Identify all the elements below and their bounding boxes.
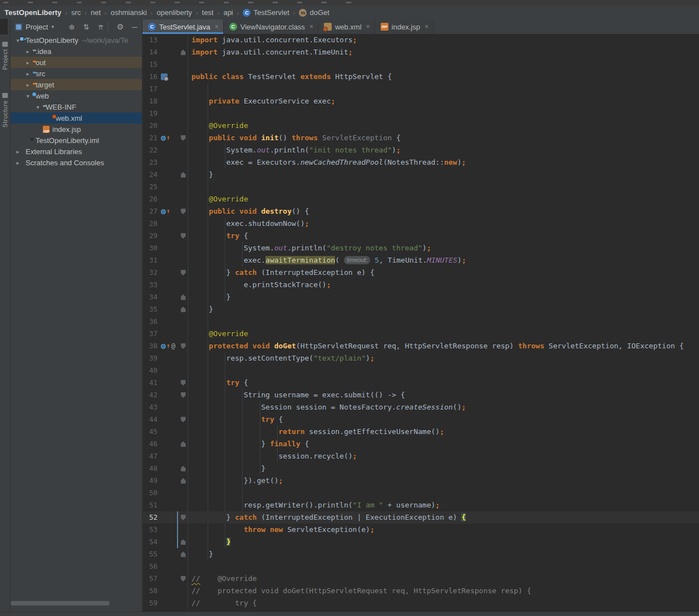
fold-marker[interactable] xyxy=(179,389,188,401)
line-number[interactable]: 59 xyxy=(143,597,160,609)
breadcrumb-item[interactable]: net xyxy=(91,8,101,17)
code-text[interactable]: public void init() throws ServletExcepti… xyxy=(188,132,401,144)
chevron-right-icon[interactable]: ▸ xyxy=(13,160,23,166)
line-number[interactable]: 53 xyxy=(143,524,160,536)
fold-marker[interactable] xyxy=(179,413,188,426)
line-number[interactable]: 19 xyxy=(143,107,160,120)
fold-start-icon[interactable] xyxy=(181,135,186,141)
line-number[interactable]: 26 xyxy=(143,193,160,205)
override-method-icon[interactable]: ↑ xyxy=(161,132,170,144)
line-number[interactable]: 14 xyxy=(143,46,160,58)
chevron-right-icon[interactable]: ▸ xyxy=(13,149,23,155)
line-number[interactable]: 47 xyxy=(143,450,160,462)
line-number[interactable]: 17 xyxy=(143,83,160,95)
line-number[interactable]: 29 xyxy=(143,230,160,242)
fold-start-icon[interactable] xyxy=(181,233,186,239)
editor-tab-testservlet-java[interactable]: CTestServlet.java× xyxy=(142,19,224,34)
line-number[interactable]: 51 xyxy=(143,499,160,511)
hide-panel-icon[interactable] xyxy=(130,23,140,31)
fold-end-icon[interactable] xyxy=(181,466,186,471)
locate-icon[interactable] xyxy=(67,23,77,31)
line-number[interactable]: 49 xyxy=(143,475,160,487)
code-text[interactable]: @Override xyxy=(188,193,248,205)
fold-start-icon[interactable] xyxy=(181,380,186,386)
code-text[interactable]: } xyxy=(188,536,230,548)
tree-item-testopenliberty[interactable]: ▾TestOpenLiberty ~/work/java/Te xyxy=(11,35,142,46)
breadcrumb-item[interactable]: openliberty xyxy=(156,8,192,17)
line-number[interactable]: 42 xyxy=(143,389,160,401)
tree-item-scratches-and-consoles[interactable]: ▸Scratches and Consoles xyxy=(11,157,142,168)
tree-item-testopenliberty-iml[interactable]: TestOpenLiberty.iml xyxy=(11,135,142,146)
code-text[interactable]: exec = Executors.newCachedThreadPool(Not… xyxy=(188,156,466,169)
code-text[interactable]: } xyxy=(188,169,213,181)
code-text[interactable]: } catch (InterruptedException e) { xyxy=(188,267,375,279)
code-text[interactable]: } xyxy=(188,462,265,475)
fold-marker[interactable] xyxy=(179,573,188,585)
line-number[interactable]: 57 xyxy=(143,573,160,585)
code-text[interactable]: // try { xyxy=(188,597,257,609)
line-number[interactable]: 56 xyxy=(143,560,160,573)
fold-start-icon[interactable] xyxy=(181,343,186,349)
fold-end-icon[interactable] xyxy=(181,478,186,484)
code-text[interactable]: // @Override xyxy=(188,573,257,585)
stripe-button-structure[interactable]: Structure xyxy=(0,93,10,127)
code-text[interactable]: public void destroy() { xyxy=(188,205,309,218)
code-text[interactable]: public class TestServlet extends HttpSer… xyxy=(188,71,392,83)
line-number[interactable]: 20 xyxy=(143,120,160,132)
line-number[interactable]: 41 xyxy=(143,377,160,389)
tree-item-index-jsp[interactable]: JSPindex.jsp xyxy=(11,124,142,135)
code-text[interactable]: @Override xyxy=(188,120,248,132)
line-number[interactable]: 32 xyxy=(143,267,160,279)
breadcrumb-item[interactable]: CTestServlet xyxy=(243,8,289,17)
code-text[interactable] xyxy=(188,364,191,377)
servlet-class-icon[interactable] xyxy=(161,73,168,80)
line-number[interactable]: 23 xyxy=(143,156,160,169)
line-number[interactable]: 24 xyxy=(143,169,160,181)
code-text[interactable]: }).get(); xyxy=(188,475,283,487)
fold-marker[interactable] xyxy=(179,548,188,560)
line-number[interactable]: 36 xyxy=(143,316,160,328)
line-number[interactable]: 48 xyxy=(143,462,160,475)
tree-item-out[interactable]: ▸out xyxy=(11,57,142,68)
breadcrumb-item[interactable]: src xyxy=(71,8,81,17)
fold-start-icon[interactable] xyxy=(181,392,186,398)
fold-marker[interactable] xyxy=(179,205,188,218)
line-number[interactable]: 22 xyxy=(143,144,160,156)
line-number[interactable]: 35 xyxy=(143,303,160,316)
editor-tab-index-jsp[interactable]: JSPindex.jsp× xyxy=(375,19,434,34)
fold-start-icon[interactable] xyxy=(181,576,186,581)
tab-close-icon[interactable]: × xyxy=(366,23,370,31)
line-number[interactable]: 52 xyxy=(143,511,160,524)
line-number[interactable]: 28 xyxy=(143,218,160,230)
horizontal-scrollbar-thumb[interactable] xyxy=(11,601,110,605)
code-text[interactable]: import java.util.concurrent.Executors; xyxy=(188,34,357,46)
fold-end-icon[interactable] xyxy=(181,307,186,312)
code-editor[interactable]: 13import java.util.concurrent.Executors;… xyxy=(142,34,699,612)
fold-marker[interactable] xyxy=(179,340,188,352)
fold-marker[interactable] xyxy=(179,536,188,548)
code-text[interactable]: exec.shutdownNow(); xyxy=(188,218,309,230)
tree-item-target[interactable]: ▸target xyxy=(11,79,142,90)
code-text[interactable]: System.out.println("init notes thread"); xyxy=(188,144,401,156)
override-method-icon[interactable]: ↑ xyxy=(161,205,170,218)
line-number[interactable]: 39 xyxy=(143,352,160,364)
line-number[interactable]: 44 xyxy=(143,413,160,426)
fold-start-icon[interactable] xyxy=(181,417,186,422)
code-text[interactable]: e.printStackTrace(); xyxy=(188,279,331,291)
code-text[interactable]: private ExecutorService exec; xyxy=(188,95,335,107)
settings-gear-icon[interactable] xyxy=(115,22,125,31)
code-text[interactable] xyxy=(188,181,191,193)
fold-end-icon[interactable] xyxy=(181,539,186,545)
chevron-right-icon[interactable]: ▸ xyxy=(23,82,33,88)
line-number[interactable]: 25 xyxy=(143,181,160,193)
chevron-down-icon[interactable]: ▾ xyxy=(33,104,43,110)
line-number[interactable]: 13 xyxy=(143,34,160,46)
code-text[interactable]: session.recycle(); xyxy=(188,450,357,462)
fold-marker[interactable] xyxy=(179,511,188,524)
fold-marker[interactable] xyxy=(179,377,188,389)
line-number[interactable]: 38 xyxy=(143,340,160,352)
code-text[interactable]: try { xyxy=(188,413,283,426)
code-text[interactable]: try { xyxy=(188,230,248,242)
project-view-selector[interactable]: Project ▾ xyxy=(15,23,54,31)
code-text[interactable]: throw new ServletException(e); xyxy=(188,524,375,536)
